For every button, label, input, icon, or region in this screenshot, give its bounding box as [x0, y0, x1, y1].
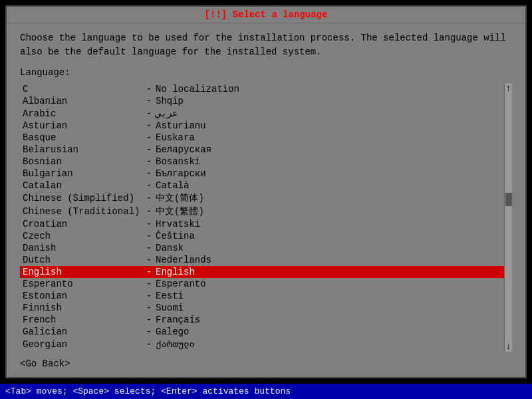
- lang-code: Chinese (Traditional): [23, 206, 142, 217]
- lang-name: Nederlands: [156, 255, 211, 265]
- list-item[interactable]: C-No localization: [20, 83, 504, 95]
- lang-name: عربي: [156, 108, 178, 119]
- lang-separator: -: [142, 291, 156, 301]
- list-item[interactable]: Asturian-Asturianu: [20, 120, 504, 132]
- lang-separator: -: [142, 206, 156, 217]
- lang-separator: -: [142, 96, 156, 106]
- lang-code: Belarusian: [23, 144, 142, 155]
- list-item[interactable]: Albanian-Shqip: [20, 95, 504, 107]
- lang-separator: -: [142, 144, 156, 155]
- lang-name: English: [156, 267, 195, 277]
- lang-name: No localization: [156, 84, 239, 94]
- scrollbar-thumb[interactable]: [505, 193, 512, 206]
- list-item[interactable]: Bulgarian-Български: [20, 168, 504, 180]
- list-item[interactable]: Czech-Čeština: [20, 230, 504, 242]
- lang-name: Euskara: [156, 132, 195, 143]
- list-item[interactable]: Danish-Dansk: [20, 242, 504, 254]
- language-label: Language:: [20, 67, 512, 78]
- status-text: <Tab> moves; <Space> selects; <Enter> ac…: [5, 386, 291, 396]
- lang-separator: -: [142, 267, 156, 277]
- title-bar: [!!] Select a language: [7, 7, 525, 23]
- lang-name: 中文(繁體): [156, 205, 204, 217]
- list-item[interactable]: Chinese (Simplified)-中文(简体): [20, 192, 504, 205]
- go-back-button[interactable]: <Go Back>: [20, 358, 512, 369]
- lang-code: Galician: [23, 327, 142, 337]
- list-item[interactable]: French-Français: [20, 314, 504, 326]
- list-item[interactable]: Dutch-Nederlands: [20, 254, 504, 266]
- lang-separator: -: [142, 231, 156, 241]
- lang-name: Hrvatski: [156, 219, 200, 229]
- lang-name: ქართული: [156, 338, 195, 350]
- lang-name: Shqip: [156, 96, 184, 106]
- list-container: C-No localizationAlbanian-ShqipArabic-عر…: [20, 83, 512, 352]
- lang-code: Esperanto: [23, 279, 142, 289]
- list-item[interactable]: Catalan-Català: [20, 180, 504, 192]
- title-text: [!!] Select a language: [205, 9, 328, 20]
- lang-name: 中文(简体): [156, 192, 204, 204]
- list-item[interactable]: Galician-Galego: [20, 326, 504, 338]
- lang-separator: -: [142, 327, 156, 337]
- lang-name: Esperanto: [156, 279, 206, 289]
- lang-name: Dansk: [156, 243, 184, 253]
- lang-code: Danish: [23, 243, 142, 253]
- lang-separator: -: [142, 193, 156, 203]
- lang-separator: -: [142, 120, 156, 131]
- lang-name: Čeština: [156, 231, 195, 241]
- lang-code: Finnish: [23, 303, 142, 313]
- lang-code: Catalan: [23, 180, 142, 191]
- main-window: [!!] Select a language Choose the langua…: [5, 5, 527, 378]
- lang-code: Czech: [23, 231, 142, 241]
- lang-code: Croatian: [23, 219, 142, 229]
- list-item[interactable]: English-English: [20, 266, 504, 278]
- lang-separator: -: [142, 168, 156, 179]
- lang-name: Eesti: [156, 291, 184, 301]
- lang-name: Català: [156, 180, 189, 191]
- lang-separator: -: [142, 156, 156, 167]
- lang-code: Basque: [23, 132, 142, 143]
- lang-code: Georgian: [23, 339, 142, 350]
- lang-code: Bosnian: [23, 156, 142, 167]
- scrollbar-track: [505, 94, 512, 341]
- lang-code: English: [23, 267, 142, 277]
- lang-code: Chinese (Simplified): [23, 193, 142, 203]
- lang-separator: -: [142, 303, 156, 313]
- list-item[interactable]: Basque-Euskara: [20, 132, 504, 144]
- list-item[interactable]: German-Deutsch: [20, 350, 504, 352]
- lang-separator: -: [142, 279, 156, 289]
- list-item[interactable]: Esperanto-Esperanto: [20, 278, 504, 290]
- lang-separator: -: [142, 180, 156, 191]
- list-item[interactable]: Georgian-ქართული: [20, 338, 504, 350]
- list-item[interactable]: Finnish-Suomi: [20, 302, 504, 314]
- lang-code: Estonian: [23, 291, 142, 301]
- lang-code: Albanian: [23, 96, 142, 106]
- content-area: Choose the language to be used for the i…: [7, 23, 525, 377]
- lang-separator: -: [142, 351, 156, 352]
- lang-separator: -: [142, 219, 156, 229]
- lang-name: Deutsch: [156, 351, 195, 352]
- lang-code: Bulgarian: [23, 168, 142, 179]
- list-item[interactable]: Bosnian-Bosanski: [20, 156, 504, 168]
- lang-name: Bosanski: [156, 156, 200, 167]
- list-item[interactable]: Estonian-Eesti: [20, 290, 504, 302]
- list-item[interactable]: Chinese (Traditional)-中文(繁體): [20, 205, 504, 218]
- scrollbar-down-arrow[interactable]: ↓: [505, 341, 512, 352]
- description-text: Choose the language to be used for the i…: [20, 31, 512, 59]
- lang-name: Asturianu: [156, 120, 206, 131]
- scrollbar-up-arrow[interactable]: ↑: [505, 83, 512, 94]
- list-item[interactable]: Belarusian-Беларуская: [20, 144, 504, 156]
- lang-separator: -: [142, 243, 156, 253]
- status-bar: <Tab> moves; <Space> selects; <Enter> ac…: [0, 384, 532, 399]
- scrollbar[interactable]: ↑ ↓: [504, 83, 512, 352]
- lang-separator: -: [142, 339, 156, 350]
- lang-code: German: [23, 351, 142, 352]
- list-item[interactable]: Croatian-Hrvatski: [20, 218, 504, 230]
- language-list[interactable]: C-No localizationAlbanian-ShqipArabic-عر…: [20, 83, 504, 352]
- lang-code: C: [23, 84, 142, 94]
- lang-separator: -: [142, 255, 156, 265]
- list-item[interactable]: Arabic-عربي: [20, 107, 504, 120]
- lang-name: Български: [156, 168, 206, 179]
- lang-separator: -: [142, 84, 156, 94]
- lang-name: Беларуская: [156, 144, 211, 155]
- lang-code: Dutch: [23, 255, 142, 265]
- lang-code: Asturian: [23, 120, 142, 131]
